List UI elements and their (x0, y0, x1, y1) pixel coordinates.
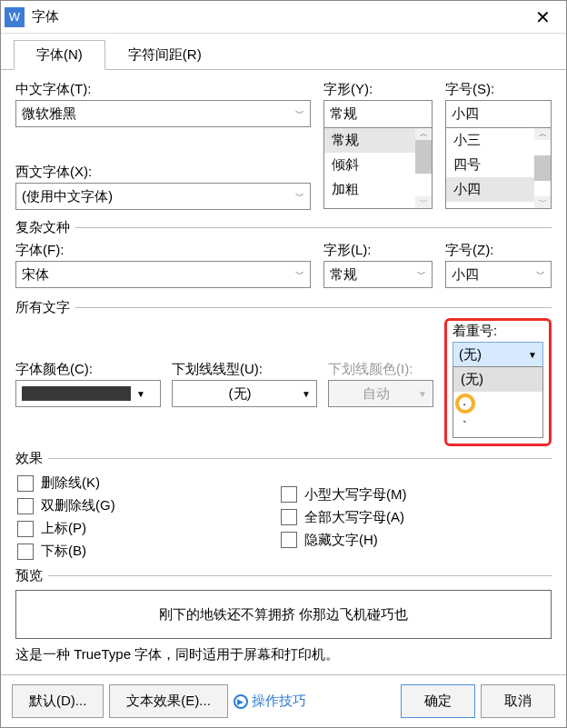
emphasis-dropdown[interactable]: (无) · ` (453, 366, 543, 438)
emphasis-label: 着重号: (453, 323, 543, 340)
dblstrike-label: 双删除线(G) (41, 497, 115, 514)
underline-type-label: 下划线线型(U): (172, 361, 317, 378)
dropdown-arrow-icon: ▼ (302, 389, 311, 399)
latin-font-combo[interactable]: (使用中文字体) ﹀ (15, 183, 311, 210)
play-icon: ▶ (234, 694, 248, 709)
font-color-combo[interactable]: ▼ (15, 380, 161, 407)
superscript-label: 上标(P) (41, 520, 86, 537)
size-input[interactable]: 小四 (445, 100, 552, 127)
chevron-down-icon: ﹀ (295, 190, 304, 203)
chevron-down-icon: ﹀ (295, 268, 304, 281)
complex-group-title: 复杂文种 (15, 219, 552, 236)
tabbar: 字体(N) 字符间距(R) (1, 37, 566, 70)
close-button[interactable]: ✕ (524, 6, 561, 28)
hidden-checkbox[interactable]: 隐藏文字(H) (281, 532, 550, 549)
chevron-down-icon: ﹀ (417, 268, 426, 281)
allcaps-label: 全部大写字母(A) (304, 509, 404, 526)
superscript-checkbox[interactable]: 上标(P) (17, 520, 277, 537)
size-input-value: 小四 (452, 105, 479, 123)
cx-style-label: 字形(L): (323, 242, 433, 259)
cx-style-combo[interactable]: 常规 ﹀ (323, 261, 433, 288)
style-input[interactable]: 常规 (323, 100, 433, 127)
color-swatch (22, 386, 131, 401)
app-icon: W (5, 7, 25, 27)
tips-link[interactable]: ▶ 操作技巧 (234, 693, 306, 710)
preview-box: 刚下的地铁还不算拥挤 你那边飞机碰巧也 (15, 590, 552, 639)
style-listbox[interactable]: 常规 倾斜 加粗 ︿ ﹀ (323, 127, 433, 209)
text-effect-button[interactable]: 文本效果(E)... (109, 684, 228, 718)
underline-color-combo: 自动 ▼ (328, 380, 433, 407)
size-label: 字号(S): (445, 81, 552, 98)
dropdown-arrow-icon: ▼ (418, 389, 427, 399)
dropdown-arrow-icon: ▼ (528, 350, 537, 360)
cx-font-combo[interactable]: 宋体 ﹀ (15, 261, 311, 288)
dblstrike-checkbox[interactable]: 双删除线(G) (17, 497, 277, 514)
scrollbar[interactable]: ︿ ﹀ (415, 128, 432, 208)
hidden-label: 隐藏文字(H) (304, 532, 378, 549)
emphasis-combo[interactable]: (无) ▼ (453, 342, 543, 367)
cx-size-combo[interactable]: 小四 ﹀ (445, 261, 552, 288)
dialog-title: 字体 (32, 8, 524, 25)
list-item[interactable]: 倾斜 (324, 153, 415, 177)
emphasis-option-tick[interactable]: ` (453, 414, 542, 437)
underline-type-value: (无) (178, 385, 302, 403)
scrollbar[interactable]: ︿ ﹀ (534, 128, 551, 208)
strike-label: 删除线(K) (41, 474, 100, 492)
cjk-font-label: 中文字体(T): (15, 81, 311, 98)
cancel-button[interactable]: 取消 (481, 684, 555, 718)
style-label: 字形(Y): (323, 81, 433, 98)
titlebar: W 字体 ✕ (1, 1, 566, 34)
list-item[interactable]: 小三 (446, 128, 534, 153)
cx-size-value: 小四 (452, 266, 479, 284)
underline-type-combo[interactable]: (无) ▼ (172, 380, 317, 407)
strike-checkbox[interactable]: 删除线(K) (17, 474, 277, 492)
emphasis-option-dot[interactable]: · (453, 392, 542, 414)
size-listbox[interactable]: 小三 四号 小四 ︿ ﹀ (445, 127, 552, 209)
underline-color-label: 下划线颜色(I): (328, 361, 433, 378)
tab-spacing[interactable]: 字符间距(R) (105, 40, 224, 70)
alltext-group-title: 所有文字 (15, 299, 552, 316)
cx-font-label: 字体(F): (15, 242, 311, 259)
cx-size-label: 字号(Z): (445, 242, 552, 259)
cx-style-value: 常规 (330, 266, 357, 284)
ok-button[interactable]: 确定 (401, 684, 475, 718)
chevron-down-icon: ﹀ (536, 268, 545, 281)
tab-font[interactable]: 字体(N) (14, 40, 105, 70)
scroll-up-icon[interactable]: ︿ (539, 128, 547, 140)
cx-font-value: 宋体 (22, 266, 49, 284)
chevron-down-icon: ﹀ (295, 107, 304, 120)
subscript-checkbox[interactable]: 下标(B) (17, 543, 277, 560)
smallcaps-checkbox[interactable]: 小型大写字母(M) (281, 486, 550, 504)
default-button[interactable]: 默认(D)... (12, 684, 104, 718)
list-item[interactable]: 四号 (446, 153, 534, 177)
tips-label: 操作技巧 (252, 693, 306, 710)
button-bar: 默认(D)... 文本效果(E)... ▶ 操作技巧 确定 取消 (1, 674, 566, 727)
allcaps-checkbox[interactable]: 全部大写字母(A) (281, 509, 550, 526)
font-note: 这是一种 TrueType 字体，同时适用于屏幕和打印机。 (15, 646, 552, 663)
smallcaps-label: 小型大写字母(M) (304, 486, 407, 504)
preview-group-title: 预览 (15, 567, 552, 584)
subscript-label: 下标(B) (41, 543, 86, 560)
preview-text: 刚下的地铁还不算拥挤 你那边飞机碰巧也 (159, 606, 408, 623)
dropdown-arrow-icon: ▼ (136, 389, 145, 399)
font-color-label: 字体颜色(C): (15, 361, 161, 378)
latin-font-label: 西文字体(X): (15, 164, 311, 181)
emphasis-option-none[interactable]: (无) (453, 367, 542, 392)
scroll-down-icon[interactable]: ﹀ (420, 196, 428, 208)
style-input-value: 常规 (330, 105, 357, 123)
underline-color-value: 自动 (334, 385, 418, 403)
list-item[interactable]: 小四 (446, 177, 534, 202)
effects-group-title: 效果 (15, 450, 552, 467)
cjk-font-value: 微软雅黑 (22, 105, 76, 123)
cjk-font-combo[interactable]: 微软雅黑 ﹀ (15, 100, 311, 127)
list-item[interactable]: 加粗 (324, 177, 415, 202)
latin-font-value: (使用中文字体) (22, 188, 113, 205)
list-item[interactable]: 常规 (324, 128, 415, 153)
emphasis-value: (无) (459, 346, 482, 364)
scroll-up-icon[interactable]: ︿ (420, 128, 428, 140)
scroll-down-icon[interactable]: ﹀ (539, 196, 547, 208)
